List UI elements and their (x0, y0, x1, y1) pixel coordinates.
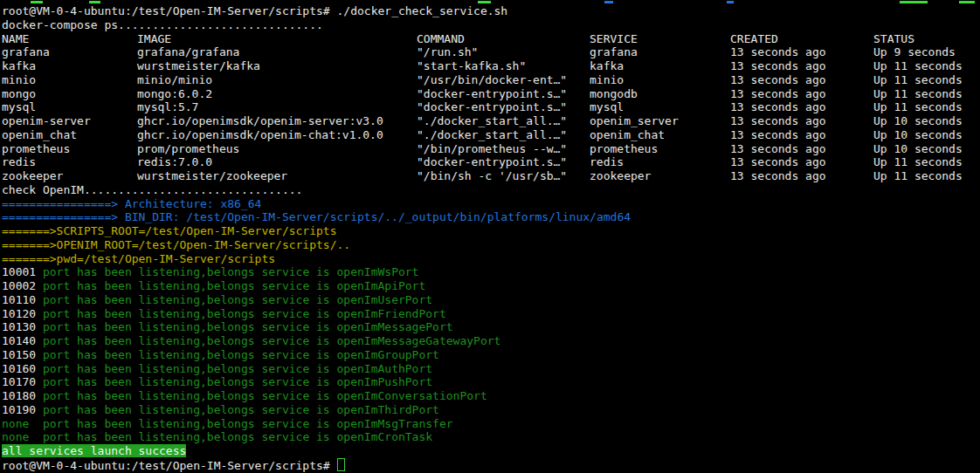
scrollback-fragment-strip (2, 0, 980, 4)
openim-root-line: =======>OPENIM_ROOT=/test/Open-IM-Server… (2, 238, 980, 252)
cell-name: minio (2, 73, 36, 87)
cell-service: openim_server (590, 114, 679, 128)
scrollback-fragment (727, 1, 734, 3)
bindir-text: ================> BIN_DIR: /test/Open-IM… (2, 210, 631, 223)
port-number: 10180 (2, 389, 43, 402)
cell-image: redis:7.0.0 (137, 155, 212, 169)
cell-service: prometheus (590, 142, 658, 156)
cell-name: kafka (2, 59, 36, 73)
cell-status: Up 10 seconds (873, 128, 963, 142)
cell-command: "./docker_start_all.…" (417, 114, 567, 128)
cell-name: mongo (2, 87, 36, 101)
table-row: openim_chatghcr.io/openimsdk/openim-chat… (2, 128, 980, 142)
port-status-message: port has been listening,belongs service … (43, 389, 487, 402)
column-header-command: COMMAND (417, 32, 465, 46)
port-status-message: port has been listening,belongs service … (43, 403, 439, 416)
port-number: 10002 (2, 279, 43, 292)
docker-compose-progress-line: docker-compose ps.......................… (2, 18, 980, 32)
cell-command: "./docker_start_all.…" (417, 128, 567, 142)
cell-command: "/usr/bin/docker-ent…" (417, 73, 567, 87)
cell-status: Up 11 seconds (873, 169, 963, 183)
table-row: miniominio/minio"/usr/bin/docker-ent…"mi… (2, 73, 980, 87)
cell-created: 13 seconds ago (730, 114, 826, 128)
pwd-line: =======>pwd=/test/Open-IM-Server/scripts (2, 252, 980, 266)
openim-root-text: =======>OPENIM_ROOT=/test/Open-IM-Server… (2, 238, 350, 251)
table-row: mysqlmysql:5.7"docker-entrypoint.s…"mysq… (2, 100, 980, 114)
cell-service: mongodb (590, 87, 638, 101)
cell-image: mongo:6.0.2 (137, 87, 212, 101)
cell-command: "docker-entrypoint.s…" (417, 87, 567, 101)
port-check-line: 10190 port has been listening,belongs se… (2, 403, 980, 417)
scripts-root-line: =======>SCRIPTS_ROOT=/test/Open-IM-Serve… (2, 224, 980, 238)
compose-table-rows: grafanagrafana/grafana"/run.sh"grafana13… (2, 45, 980, 183)
cell-service: mysql (590, 100, 624, 114)
port-status-message: port has been listening,belongs service … (43, 348, 439, 361)
cell-created: 13 seconds ago (730, 100, 826, 114)
port-number: 10001 (2, 265, 43, 278)
terminal-cursor[interactable] (337, 458, 345, 471)
scrollback-fragment (31, 1, 43, 3)
cell-created: 13 seconds ago (730, 73, 826, 87)
cell-image: prom/prometheus (137, 142, 239, 156)
port-status-message: port has been listening,belongs service … (43, 307, 446, 320)
port-number: 10110 (2, 293, 43, 306)
cell-image: ghcr.io/openimsdk/openim-chat:v1.0.0 (137, 128, 383, 142)
table-row: mongomongo:6.0.2"docker-entrypoint.s…"mo… (2, 87, 980, 101)
cell-status: Up 10 seconds (873, 114, 963, 128)
docker-compose-progress-text: docker-compose ps.......................… (2, 18, 323, 31)
cell-created: 13 seconds ago (730, 169, 826, 183)
cell-service: zookeeper (590, 169, 651, 183)
port-number: 10140 (2, 334, 43, 347)
column-header-name: NAME (2, 32, 29, 46)
cell-name: prometheus (2, 142, 70, 156)
cell-status: Up 9 seconds (873, 45, 956, 59)
column-header-status: STATUS (873, 32, 914, 46)
port-check-line: 10130 port has been listening,belongs se… (2, 320, 980, 334)
cell-command: "docker-entrypoint.s…" (417, 155, 567, 169)
architecture-line: ================> Architecture: x86_64 (2, 197, 980, 211)
cell-name: redis (2, 155, 36, 169)
port-status-message: port has been listening,belongs service … (43, 265, 418, 278)
cell-command: "/bin/prometheus --w…" (417, 142, 567, 156)
table-row: kafkawurstmeister/kafka"start-kafka.sh"k… (2, 59, 980, 73)
cell-created: 13 seconds ago (730, 59, 826, 73)
port-status-message: port has been listening,belongs service … (43, 293, 432, 306)
cell-name: openim-server (2, 114, 91, 128)
cell-status: Up 11 seconds (873, 155, 963, 169)
cell-name: openim_chat (2, 128, 77, 142)
shell-command: ./docker_check_service.sh (337, 4, 508, 17)
cell-service: grafana (590, 45, 638, 59)
port-number: 10120 (2, 307, 43, 320)
table-row: grafanagrafana/grafana"/run.sh"grafana13… (2, 45, 980, 59)
port-check-line: 10120 port has been listening,belongs se… (2, 307, 980, 321)
port-number: none (2, 430, 43, 443)
cell-command: "start-kafka.sh" (417, 59, 526, 73)
port-check-line: 10150 port has been listening,belongs se… (2, 348, 980, 362)
port-check-lines: 10001 port has been listening,belongs se… (2, 265, 980, 444)
shell-prompt: root@VM-0-4-ubuntu:/test/Open-IM-Server/… (2, 4, 337, 17)
cell-status: Up 11 seconds (873, 59, 963, 73)
cell-created: 13 seconds ago (730, 45, 826, 59)
port-check-line: 10110 port has been listening,belongs se… (2, 293, 980, 307)
cell-name: mysql (2, 100, 36, 114)
cell-created: 13 seconds ago (730, 142, 826, 156)
cell-image: wurstmeister/kafka (137, 59, 260, 73)
port-check-line: 10180 port has been listening,belongs se… (2, 389, 980, 403)
table-header-row: NAME IMAGE COMMAND SERVICE CREATED STATU… (2, 32, 980, 46)
table-row: redisredis:7.0.0"docker-entrypoint.s…"re… (2, 155, 980, 169)
port-number: 10170 (2, 375, 43, 388)
port-status-message: port has been listening,belongs service … (43, 362, 432, 375)
scrollback-fragment (959, 1, 975, 3)
port-status-message: port has been listening,belongs service … (43, 320, 453, 333)
final-prompt-line: root@VM-0-4-ubuntu:/test/Open-IM-Server/… (2, 458, 980, 472)
bindir-line: ================> BIN_DIR: /test/Open-IM… (2, 210, 980, 224)
table-row: zookeeperwurstmeister/zookeeper"/bin/sh … (2, 169, 980, 183)
terminal-window[interactable]: root@VM-0-4-ubuntu:/test/Open-IM-Server/… (0, 0, 980, 473)
port-check-line: none port has been listening,belongs ser… (2, 430, 980, 444)
cell-service: redis (590, 155, 624, 169)
cell-command: "/bin/sh -c '/usr/sb…" (417, 169, 567, 183)
scrollback-fragment (900, 1, 928, 3)
port-number: 10150 (2, 348, 43, 361)
cell-image: mysql:5.7 (137, 100, 198, 114)
port-status-message: port has been listening,belongs service … (43, 334, 500, 347)
